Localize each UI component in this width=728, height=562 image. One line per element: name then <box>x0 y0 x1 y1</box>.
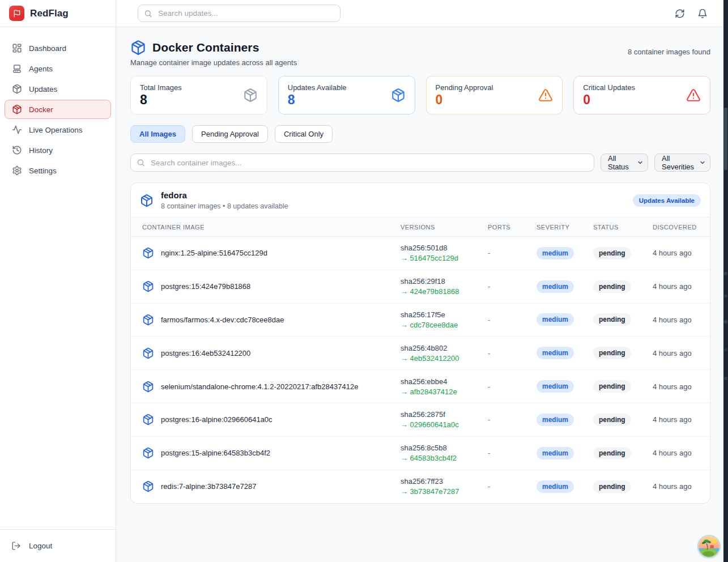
sidebar-item-updates[interactable]: Updates <box>5 79 111 99</box>
container-image-name: postgres:16:4eb532412200 <box>161 349 250 357</box>
version-current: sha256:17f5e <box>401 310 488 319</box>
status-filter-value: All Status <box>608 154 634 171</box>
docker-title-icon <box>130 40 146 56</box>
refresh-icon[interactable] <box>675 8 685 19</box>
status-badge: pending <box>593 447 631 459</box>
status-cell: pending <box>593 280 653 293</box>
status-filter-select[interactable]: All Status <box>601 154 648 172</box>
package-icon <box>142 280 154 292</box>
ports-cell: - <box>488 282 537 291</box>
table-row[interactable]: farmos/farmos:4.x-dev:cdc78cee8daesha256… <box>131 304 710 337</box>
content: Docker Containers Manage container image… <box>116 27 728 562</box>
severity-badge: medium <box>537 313 574 326</box>
logout-label: Logout <box>29 542 52 550</box>
status-badge: pending <box>593 347 631 359</box>
group-summary: 8 container images • 8 updates available <box>161 202 288 210</box>
discovered-cell: 4 hours ago <box>653 282 699 291</box>
container-image-cell: postgres:15-alpine:64583b3cb4f2 <box>142 447 401 459</box>
page-title: Docker Containers <box>152 41 259 54</box>
sidebar-item-history[interactable]: History <box>5 140 111 160</box>
severity-badge: medium <box>537 447 574 459</box>
sidebar-item-label: Updates <box>29 85 57 93</box>
col-discovered: DISCOVERED <box>653 224 699 231</box>
status-cell: pending <box>593 380 653 393</box>
version-current: sha256:2875f <box>401 410 488 419</box>
main-area: Docker Containers Manage container image… <box>116 0 728 562</box>
status-badge: pending <box>593 414 631 426</box>
sidebar-item-dashboard[interactable]: Dashboard <box>5 39 111 58</box>
package-icon <box>142 447 154 459</box>
versions-cell: sha256:29f18→ 424e79b81868 <box>401 277 488 296</box>
island-widget-button[interactable] <box>699 536 720 557</box>
dashboard-icon <box>12 43 22 53</box>
filter-row: All Status All Severities <box>130 154 710 172</box>
stats-cards: Total Images8Updates Available8Pending A… <box>130 76 710 114</box>
severity-filter-select[interactable]: All Severities <box>654 154 710 172</box>
table-row[interactable]: postgres:16-alpine:029660641a0csha256:28… <box>131 403 710 437</box>
versions-cell: sha256:2875f→ 029660641a0c <box>401 410 488 429</box>
image-search <box>130 154 594 172</box>
ports-cell: - <box>488 449 537 457</box>
warning-triangle-icon <box>538 88 553 103</box>
versions-cell: sha256:7ff23→ 3b73847e7287 <box>401 477 488 496</box>
package-icon <box>142 314 154 326</box>
image-search-input[interactable] <box>130 154 594 172</box>
logout-button[interactable]: Logout <box>5 538 111 554</box>
severity-cell: medium <box>537 480 593 493</box>
table-row[interactable]: redis:7-alpine:3b73847e7287sha256:7ff23→… <box>131 470 710 504</box>
status-badge: pending <box>593 480 631 493</box>
sidebar-item-settings[interactable]: Settings <box>5 161 111 180</box>
container-image-cell: selenium/standalone-chrome:4.1.2-2022021… <box>142 381 401 393</box>
package-icon <box>142 480 154 492</box>
package-icon <box>12 104 22 114</box>
container-image-name: farmos/farmos:4.x-dev:cdc78cee8dae <box>161 316 284 324</box>
result-count: 8 container images found <box>628 48 710 56</box>
stat-card-updates-available: Updates Available8 <box>278 76 415 114</box>
activity-icon <box>12 125 22 135</box>
version-new: → 424e79b81868 <box>401 287 488 296</box>
chevron-down-icon <box>637 159 644 166</box>
version-current: sha256:4b802 <box>401 344 488 352</box>
table-body: nginx:1.25-alpine:516475cc129dsha256:501… <box>131 237 710 503</box>
tab-critical-only[interactable]: Critical Only <box>275 125 333 143</box>
tab-all-images[interactable]: All Images <box>130 125 185 143</box>
stat-value: 8 <box>140 93 182 107</box>
sidebar: RedFlag DashboardAgentsUpdatesDockerLive… <box>0 0 116 562</box>
stat-text: Critical Updates0 <box>583 83 635 107</box>
sidebar-item-agents[interactable]: Agents <box>5 59 111 78</box>
package-icon <box>142 247 154 259</box>
status-cell: pending <box>593 313 653 326</box>
history-icon <box>12 145 22 155</box>
severity-filter-value: All Severities <box>662 154 696 171</box>
sidebar-item-label: Docker <box>29 105 53 114</box>
table-row[interactable]: postgres:16:4eb532412200sha256:4b802→ 4e… <box>131 337 710 370</box>
versions-cell: sha256:8c5b8→ 64583b3cb4f2 <box>401 444 488 462</box>
table-row[interactable]: postgres:15:424e79b81868sha256:29f18→ 42… <box>131 270 710 304</box>
chevron-down-icon <box>699 159 706 166</box>
sidebar-nav: DashboardAgentsUpdatesDockerLive Operati… <box>0 27 116 180</box>
bell-icon[interactable] <box>697 8 708 19</box>
status-cell: pending <box>593 480 653 493</box>
discovered-cell: 4 hours ago <box>653 249 699 257</box>
container-image-cell: postgres:16-alpine:029660641a0c <box>142 414 401 425</box>
sidebar-item-docker[interactable]: Docker <box>5 100 111 119</box>
updates-search-input[interactable] <box>138 5 340 22</box>
topbar <box>116 0 728 27</box>
table-row[interactable]: postgres:15-alpine:64583b3cb4f2sha256:8c… <box>131 437 710 470</box>
package-icon <box>140 194 154 207</box>
versions-cell: sha256:17f5e→ cdc78cee8dae <box>401 310 488 329</box>
version-current: sha256:7ff23 <box>401 477 488 486</box>
flag-icon <box>13 10 21 18</box>
ports-cell: - <box>488 415 537 424</box>
logout-icon <box>11 541 21 551</box>
col-versions: VERSIONS <box>401 224 488 231</box>
table-row[interactable]: selenium/standalone-chrome:4.1.2-2022021… <box>131 370 710 403</box>
window-edge-scrollbar[interactable] <box>723 0 728 562</box>
severity-badge: medium <box>537 380 574 393</box>
sidebar-item-live-operations[interactable]: Live Operations <box>5 120 111 139</box>
sidebar-item-label: Agents <box>29 65 53 73</box>
table-row[interactable]: nginx:1.25-alpine:516475cc129dsha256:501… <box>131 237 710 270</box>
tab-pending-approval[interactable]: Pending Approval <box>192 125 268 143</box>
sidebar-bottom: Logout <box>0 529 116 562</box>
container-image-name: postgres:15-alpine:64583b3cb4f2 <box>161 449 270 457</box>
